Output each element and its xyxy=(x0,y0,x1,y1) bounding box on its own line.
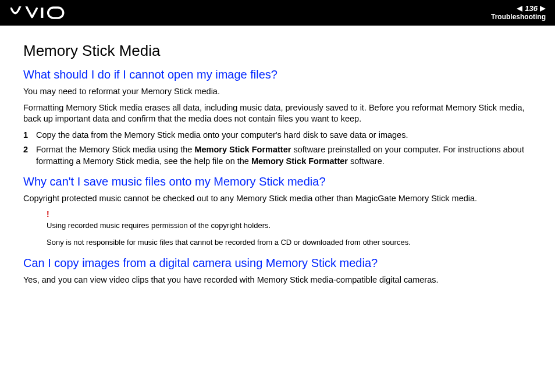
header-right: 136 Troubleshooting xyxy=(491,5,546,20)
warning-text-1: Using recorded music requires permission… xyxy=(47,220,532,231)
page-number: 136 xyxy=(525,5,538,13)
q1-paragraph-1: You may need to reformat your Memory Sti… xyxy=(23,86,532,98)
question-1-heading: What should I do if I cannot open my ima… xyxy=(23,68,532,81)
step-number: 2 xyxy=(23,144,36,167)
step-text: Copy the data from the Memory Stick medi… xyxy=(36,130,532,141)
question-2-heading: Why can't I save music files onto my Mem… xyxy=(23,175,532,188)
q3-paragraph-1: Yes, and you can view video clips that y… xyxy=(23,275,532,286)
q1-paragraph-2: Formatting Memory Stick media erases all… xyxy=(23,102,532,125)
question-3-heading: Can I copy images from a digital camera … xyxy=(23,256,532,270)
warning-text-2: Sony is not responsible for music files … xyxy=(47,237,532,248)
q2-paragraph-1: Copyright protected music cannot be chec… xyxy=(23,193,532,205)
q1-step-2: 2 Format the Memory Stick media using th… xyxy=(23,144,532,167)
page-content: Memory Stick Media What should I do if I… xyxy=(0,26,555,286)
page-nav: 136 xyxy=(517,5,546,13)
warning-icon: ! xyxy=(47,209,532,219)
prev-page-icon[interactable] xyxy=(517,6,522,12)
vaio-logo xyxy=(10,6,74,19)
q1-step-1: 1 Copy the data from the Memory Stick me… xyxy=(23,130,532,141)
svg-rect-0 xyxy=(41,8,43,18)
q1-steps: 1 Copy the data from the Memory Stick me… xyxy=(23,130,532,168)
section-label: Troubleshooting xyxy=(491,13,546,21)
step-text: Format the Memory Stick media using the … xyxy=(36,144,532,167)
page-title: Memory Stick Media xyxy=(23,42,532,60)
header-bar: 136 Troubleshooting xyxy=(0,0,555,26)
next-page-icon[interactable] xyxy=(540,6,546,12)
warning-block: ! Using recorded music requires permissi… xyxy=(47,209,532,248)
step-number: 1 xyxy=(23,130,36,141)
svg-rect-1 xyxy=(48,8,63,18)
